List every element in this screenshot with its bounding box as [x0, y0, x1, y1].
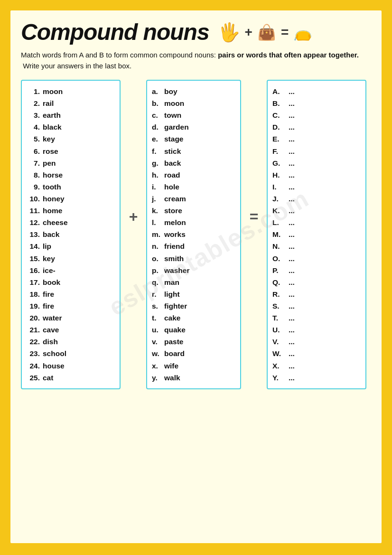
list-item: F....	[272, 145, 361, 157]
item-num: 6.	[27, 145, 40, 157]
list-item: w.board	[152, 348, 235, 359]
item-val: ...	[289, 205, 295, 216]
item-word: fire	[43, 300, 54, 312]
item-num: 7.	[27, 157, 40, 169]
instructions-text: Match words from A and B to form common …	[21, 50, 371, 71]
item-word: cat	[43, 372, 53, 384]
list-item: s.fighter	[152, 300, 235, 312]
list-item: 1.moon	[27, 85, 115, 97]
instructions-bold: pairs or words that often appear togethe…	[218, 51, 359, 59]
plus-connector-symbol: +	[129, 208, 138, 226]
list-item: 3.earth	[27, 109, 115, 121]
list-item: p.washer	[152, 264, 235, 276]
list-item: 20.water	[27, 312, 115, 324]
item-word: fire	[43, 288, 54, 300]
list-item: j.cream	[152, 193, 235, 205]
item-letter: g.	[152, 157, 162, 169]
item-word: paste	[164, 336, 184, 348]
item-num: 11.	[27, 205, 40, 216]
list-item: 14.lip	[27, 240, 115, 252]
item-val: ...	[289, 193, 295, 205]
item-val: ...	[289, 276, 295, 288]
item-val: ...	[289, 312, 295, 324]
list-item: m.works	[152, 228, 235, 240]
item-letter: t.	[152, 312, 162, 324]
list-item: G....	[272, 157, 361, 169]
item-letter: S.	[272, 300, 287, 312]
handbag-icon: 👝	[293, 23, 312, 41]
item-val: ...	[289, 288, 295, 300]
column-a-box: 1.moon2.rail3.earth4.black5.key6.rose7.p…	[21, 80, 121, 389]
list-item: 13.back	[27, 228, 115, 240]
item-word: horse	[43, 169, 63, 181]
instructions-line2: Write your answers in the last box.	[23, 62, 131, 70]
list-item: a.boy	[152, 85, 235, 97]
item-word: cake	[164, 312, 180, 324]
list-item: o.smith	[152, 253, 235, 264]
item-letter: d.	[152, 121, 162, 133]
item-letter: D.	[272, 121, 287, 133]
item-word: key	[43, 133, 55, 145]
item-word: stage	[164, 133, 184, 145]
item-letter: u.	[152, 324, 162, 336]
list-item: 17.book	[27, 276, 115, 288]
list-item: 21.cave	[27, 324, 115, 336]
item-num: 2.	[27, 97, 40, 109]
item-word: stick	[164, 145, 181, 157]
list-item: U....	[272, 324, 361, 336]
instructions-line1: Match words from A and B to form common …	[21, 51, 216, 59]
hand-icon: 🖐️	[218, 22, 240, 43]
list-item: u.quake	[152, 324, 235, 336]
list-item: b.moon	[152, 97, 235, 109]
item-letter: Q.	[272, 276, 287, 288]
item-letter: p.	[152, 264, 162, 276]
item-val: ...	[289, 348, 295, 359]
item-word: ice-	[43, 264, 56, 276]
item-letter: Y.	[272, 372, 287, 384]
item-val: ...	[289, 121, 295, 133]
item-letter: e.	[152, 133, 162, 145]
item-num: 14.	[27, 240, 40, 252]
item-word: honey	[43, 193, 65, 205]
list-item: H....	[272, 169, 361, 181]
item-val: ...	[289, 372, 295, 384]
item-letter: i.	[152, 181, 162, 193]
item-num: 9.	[27, 181, 40, 193]
list-item: I....	[272, 181, 361, 193]
item-num: 8.	[27, 169, 40, 181]
item-word: home	[43, 205, 62, 216]
item-val: ...	[289, 181, 295, 193]
item-word: black	[43, 121, 62, 133]
list-item: f.stick	[152, 145, 235, 157]
title-row: Compound nouns 🖐️ + 👜 = 👝	[21, 19, 371, 45]
item-word: town	[164, 109, 181, 121]
item-letter: V.	[272, 336, 287, 348]
item-letter: A.	[272, 85, 287, 97]
item-num: 19.	[27, 300, 40, 312]
item-val: ...	[289, 97, 295, 109]
item-val: ...	[289, 253, 295, 264]
item-val: ...	[289, 300, 295, 312]
item-word: boy	[164, 85, 177, 97]
list-item: 25.cat	[27, 372, 115, 384]
list-item: E....	[272, 133, 361, 145]
list-item: 10.honey	[27, 193, 115, 205]
item-letter: L.	[272, 216, 287, 228]
list-item: 8.horse	[27, 169, 115, 181]
item-word: smith	[164, 253, 184, 264]
item-num: 23.	[27, 348, 40, 359]
list-item: 9.tooth	[27, 181, 115, 193]
item-word: washer	[164, 264, 189, 276]
item-word: earth	[43, 109, 61, 121]
item-num: 16.	[27, 264, 40, 276]
item-letter: v.	[152, 336, 162, 348]
item-letter: r.	[152, 288, 162, 300]
list-item: K....	[272, 205, 361, 216]
list-item: 18.fire	[27, 288, 115, 300]
item-word: walk	[164, 372, 180, 384]
item-word: cream	[164, 193, 186, 205]
item-num: 22.	[27, 336, 40, 348]
list-item: T....	[272, 312, 361, 324]
item-letter: N.	[272, 240, 287, 252]
item-letter: q.	[152, 276, 162, 288]
